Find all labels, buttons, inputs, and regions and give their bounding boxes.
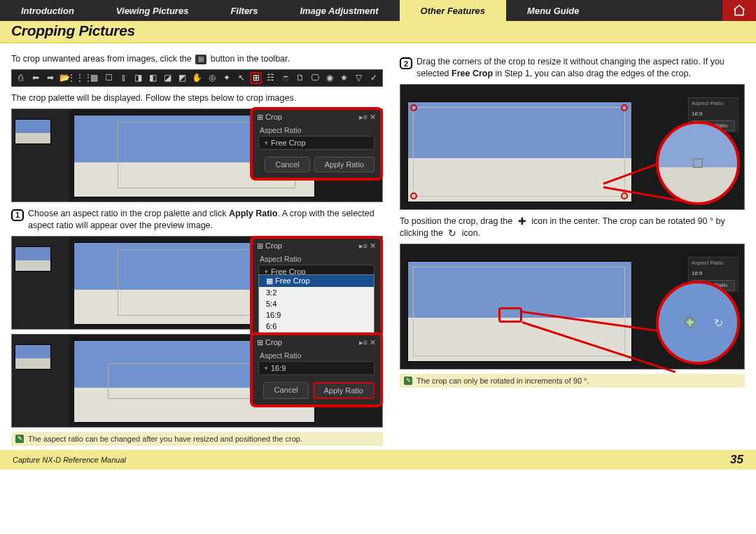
cancel-button: Cancel xyxy=(265,157,309,172)
intro-text-1: To crop unwanted areas from images, clic… xyxy=(11,53,383,65)
note-icon xyxy=(15,435,24,443)
crop-palette-callout-1: ⊞ Crop▸≡ ✕ Aspect Ratio Free Crop Cancel… xyxy=(250,107,383,181)
single-view-icon: ☐ xyxy=(103,72,115,84)
target-icon: ◎ xyxy=(206,72,218,84)
home-button[interactable] xyxy=(722,0,756,21)
tab-image-adjustment[interactable]: Image Adjustment xyxy=(279,0,399,21)
step-number-1: 1 xyxy=(11,209,24,221)
crop-handle-tl xyxy=(410,104,417,111)
rotate-handle-icon: ↻ xyxy=(714,316,723,329)
pointer-icon: ↖ xyxy=(235,72,247,84)
dual-view-icon: ⫿ xyxy=(118,72,130,84)
crop-handle-bl xyxy=(410,192,417,199)
crop-palette-icon: ⊞ xyxy=(257,113,263,121)
crop-center-node-icon xyxy=(685,318,695,328)
step-number-2: 2 xyxy=(400,57,412,69)
intro-text-2: The crop palette will be displayed. Foll… xyxy=(11,92,383,104)
crop-handle-br xyxy=(621,192,628,199)
back-icon: ⬅ xyxy=(29,72,41,84)
sparkle-icon: ✦ xyxy=(220,72,232,84)
page-icon: 🗋 xyxy=(294,72,306,84)
hand-icon: ✋ xyxy=(191,72,203,84)
note-icon xyxy=(404,377,412,385)
forward-icon: ➡ xyxy=(44,72,56,84)
option-5-4: 5:4 xyxy=(259,298,374,309)
home-icon xyxy=(732,3,746,17)
straighten-icon: ☷ xyxy=(265,72,276,84)
crop-tool-icon: ⊞ xyxy=(195,55,206,64)
compare1-icon: ◨ xyxy=(132,72,144,84)
zoom-detail-corner xyxy=(656,121,740,205)
check-icon: ✓ xyxy=(368,72,379,84)
aspect-ratio-select: Free Crop xyxy=(258,136,374,150)
rotate-icon: ↻ xyxy=(447,228,458,238)
zoom-detail-center: ✚ ↻ xyxy=(656,281,740,365)
left-column: To crop unwanted areas from images, clic… xyxy=(11,50,383,446)
crop-palette-callout-3: ⊞ Crop▸≡ ✕ Aspect Ratio 16:9 Cancel Appl… xyxy=(250,332,383,407)
crop-palette-dropdown-callout: ⊞ Crop▸≡ ✕ Aspect Ratio Free Crop ▦ Free… xyxy=(250,236,383,342)
crop-corner-node-icon xyxy=(693,158,703,168)
right-column: 2 Drag the corners of the crop to resize… xyxy=(400,50,745,446)
option-free-crop: ▦ Free Crop xyxy=(259,275,374,287)
record-icon: ◉ xyxy=(323,72,335,84)
option-3-2: 3:2 xyxy=(259,287,374,298)
monitor-icon: 🖵 xyxy=(309,72,321,84)
compare2-icon: ◧ xyxy=(147,72,159,84)
step-2: 2 Drag the corners of the crop to resize… xyxy=(400,56,745,80)
page-footer: Capture NX-D Reference Manual 35 xyxy=(0,450,756,470)
page-number: 35 xyxy=(730,453,743,467)
star-icon: ★ xyxy=(338,72,350,84)
step-1: 1 Choose an aspect ratio in the crop pal… xyxy=(11,208,383,232)
close-icon: ▸≡ ✕ xyxy=(359,113,376,122)
screenshot-resize-crop: Aspect Ratio 16:9 Apply Ratio xyxy=(400,84,745,210)
footer-title: Capture NX-D Reference Manual xyxy=(13,456,126,464)
option-6-6: 6:6 xyxy=(259,321,374,332)
page-title: Cropping Pictures xyxy=(11,22,745,39)
tab-menu-guide[interactable]: Menu Guide xyxy=(506,0,600,21)
crop-icon: ⊞ xyxy=(250,72,262,84)
apply-ratio-button-highlighted: Apply Ratio xyxy=(313,382,374,399)
redeye-icon: ෆ xyxy=(279,72,291,84)
tab-other-features[interactable]: Other Features xyxy=(400,0,506,21)
filter-icon: ▽ xyxy=(353,72,365,84)
print-icon: ⎙ xyxy=(15,72,27,84)
apply-ratio-button: Apply Ratio xyxy=(314,157,374,172)
compare3-icon: ◪ xyxy=(162,72,174,84)
move-icon: ✚ xyxy=(517,216,528,226)
cancel-button: Cancel xyxy=(263,382,308,399)
tab-viewing-pictures[interactable]: Viewing Pictures xyxy=(95,0,210,21)
aspect-ratio-label: Aspect Ratio xyxy=(260,126,374,134)
crop-region xyxy=(413,107,625,197)
grid-large-icon: ▦ xyxy=(88,72,100,84)
grid-small-icon: ⋮⋮⋮ xyxy=(74,72,85,84)
page-title-band: Cropping Pictures xyxy=(0,21,756,43)
top-tab-bar: Introduction Viewing Pictures Filters Im… xyxy=(0,0,756,21)
tab-introduction[interactable]: Introduction xyxy=(0,0,95,21)
compare4-icon: ◩ xyxy=(176,72,188,84)
screenshot-position-crop: Aspect Ratio 16:9 Apply Ratio ✚ ↻ xyxy=(400,244,745,370)
thumbnail xyxy=(15,119,51,144)
crop-handle-tr xyxy=(621,104,628,111)
toolbar-screenshot: ⎙ ⬅ ➡ 📂 ⋮⋮⋮ ▦ ☐ ⫿ ◨ ◧ ◪ ◩ ✋ ◎ ✦ ↖ ⊞ ☷ ෆ … xyxy=(11,69,383,87)
tab-filters[interactable]: Filters xyxy=(209,0,279,21)
option-16-9: 16:9 xyxy=(259,309,374,321)
note-aspect-ratio: The aspect ratio can be changed after yo… xyxy=(11,432,383,446)
note-rotate-90: The crop can only be rotated in incremen… xyxy=(400,374,745,388)
position-crop-text: To position the crop, drag the ✚ icon in… xyxy=(400,216,745,239)
